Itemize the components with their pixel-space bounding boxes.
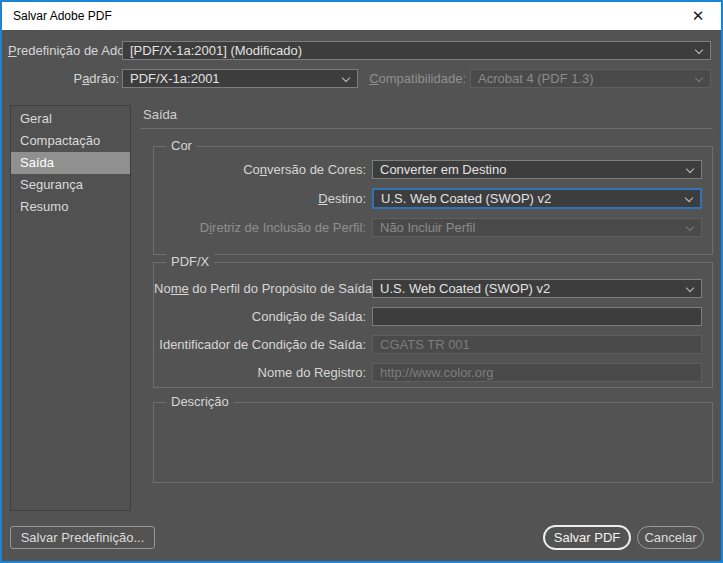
standard-value: PDF/X-1a:2001 [130,71,220,86]
output-intent-dropdown[interactable]: U.S. Web Coated (SWOP) v2 [372,279,702,298]
chevron-down-icon [342,74,350,82]
registry-name-label: Nome do Registro: [158,363,366,382]
output-condition-input[interactable] [372,307,702,326]
preset-value: [PDF/X-1a:2001] (Modificado) [130,43,302,58]
chevron-down-icon [686,165,694,173]
sidebar-item-geral[interactable]: Geral [11,108,130,130]
chevron-down-icon [685,194,693,202]
registry-name-input: http://www.color.org [372,363,702,382]
destination-value: U.S. Web Coated (SWOP) v2 [381,191,551,206]
output-condition-id-label: Identificador de Condição de Saída: [158,335,366,354]
chevron-down-icon [695,46,703,54]
standard-label: Padrão: [8,69,119,88]
color-conversion-label: Conversão de Cores: [158,160,366,179]
profile-policy-dropdown: Não Incluir Perfil [372,218,702,237]
panel-separator [140,128,713,129]
destination-dropdown[interactable]: U.S. Web Coated (SWOP) v2 [372,188,702,209]
compatibility-dropdown: Acrobat 4 (PDF 1.3) [470,69,711,88]
output-condition-id-input: CGATS TR 001 [372,335,702,354]
color-conversion-dropdown[interactable]: Converter em Destino [372,160,702,179]
sidebar-item-saida[interactable]: Saída [11,152,130,174]
description-text [158,411,708,478]
preset-label: Predefinição de Adobe PDF: [8,41,119,60]
output-intent-value: U.S. Web Coated (SWOP) v2 [380,281,550,296]
output-condition-label: Condição de Saída: [158,307,366,326]
color-conversion-value: Converter em Destino [380,162,506,177]
description-group: Descrição [153,402,713,483]
save-adobe-pdf-dialog: Salvar Adobe PDF ✕ Predefinição de Adobe… [0,0,723,563]
output-intent-label: Nome do Perfil do Propósito de Saída: [154,279,366,298]
panel-title: Saída [143,107,177,122]
standard-dropdown[interactable]: PDF/X-1a:2001 [122,69,358,88]
sidebar-item-seguranca[interactable]: Segurança [11,174,130,196]
compatibility-label: Compatibilidade: [360,69,466,88]
profile-policy-value: Não Incluir Perfil [380,220,475,235]
profile-policy-label: Diretriz de Inclusão de Perfil: [158,218,366,237]
compatibility-value: Acrobat 4 (PDF 1.3) [478,71,594,86]
sidebar-item-resumo[interactable]: Resumo [11,196,130,218]
sidebar-item-compactacao[interactable]: Compactação [11,130,130,152]
dialog-title: Salvar Adobe PDF [13,9,112,23]
save-pdf-button[interactable]: Salvar PDF [543,525,631,550]
output-condition-id-value: CGATS TR 001 [380,337,470,352]
cancel-button[interactable]: Cancelar [637,526,704,549]
chevron-down-icon [686,284,694,292]
dialog-body: Predefinição de Adobe PDF: [PDF/X-1a:200… [2,30,721,561]
pdfx-group-legend: PDF/X [166,254,214,269]
color-group-legend: Cor [166,138,197,153]
chevron-down-icon [686,223,694,231]
chevron-down-icon [695,74,703,82]
category-list: Geral Compactação Saída Segurança Resumo [10,105,131,511]
close-icon[interactable]: ✕ [675,2,721,30]
save-preset-button[interactable]: Salvar Predefinição... [10,526,155,549]
destination-label: Destino: [158,189,366,208]
registry-name-value: http://www.color.org [380,365,493,380]
description-group-legend: Descrição [166,394,234,409]
preset-dropdown[interactable]: [PDF/X-1a:2001] (Modificado) [122,41,711,60]
titlebar: Salvar Adobe PDF ✕ [2,2,721,30]
